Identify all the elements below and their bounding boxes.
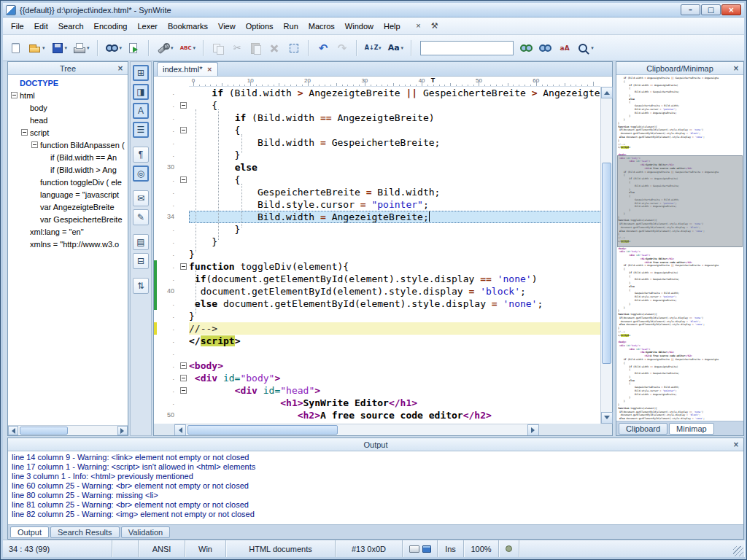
resize-grip[interactable] [733,546,743,556]
output-line[interactable]: line 60 column 25 - Warning: <br> elemen… [9,481,743,491]
code-line[interactable]: 34 Bild.width = AngezeigteBreite; [154,211,612,223]
zoom-indicator[interactable]: 100% [464,540,499,557]
find-button[interactable]: ▾ [104,39,125,58]
menu-item-search[interactable]: Search [53,20,89,33]
side-zoom-button[interactable]: ◎ [133,166,149,182]
tree-collapse-icon[interactable] [21,129,28,136]
code-line[interactable]: . else document.getElementById(element).… [154,298,612,310]
output-close-icon[interactable]: × [731,440,741,450]
delete-button[interactable] [266,39,284,58]
scroll-up-icon[interactable] [601,87,613,98]
scrollbar-thumb[interactable] [187,425,338,435]
code-line[interactable]: . } [154,149,612,161]
paste-button[interactable] [247,39,265,58]
code-line[interactable]: . { [154,124,612,136]
menu-close-icon[interactable]: × [413,21,425,31]
code-line[interactable]: .} [154,310,612,322]
code-line[interactable]: .//--> [154,322,612,335]
code-line[interactable]: .</script> [154,335,612,347]
scrollbar-thumb[interactable] [602,163,611,364]
tree-item[interactable]: DOCTYPE [8,77,128,89]
side-paragraph-button[interactable]: ¶ [133,147,149,163]
fold-collapse-icon[interactable] [180,362,187,369]
code-line[interactable]: . { [154,99,612,112]
new-file-button[interactable] [7,39,25,58]
editor-horizontal-scrollbar[interactable] [174,424,539,435]
print-button[interactable]: ▾ [71,39,92,58]
sort-button[interactable]: A↓Z▾ [363,39,384,58]
minimap-viewport[interactable] [617,155,743,247]
code-line[interactable]: . Bild.width = GespeicherteBreite; [154,136,612,149]
menu-item-macros[interactable]: Macros [303,20,340,33]
quick-find-button[interactable]: ▾ [575,39,596,58]
tools-button[interactable]: ▾ [155,39,176,58]
tree-collapse-icon[interactable] [31,141,38,148]
tab-index-html[interactable]: index.html* × [157,62,218,76]
tree-item[interactable]: function BildAnpassen ( [8,139,128,151]
lexer-indicator[interactable]: HTML documents [226,540,336,557]
fold-collapse-icon[interactable] [180,263,187,270]
menu-item-view[interactable]: View [213,20,241,33]
menu-item-lexer[interactable]: Lexer [132,20,163,33]
side-browser-button[interactable]: ◨ [133,84,149,100]
tab-validation[interactable]: Validation [121,526,171,538]
output-line[interactable]: line 81 column 25 - Warning: <br> elemen… [9,500,743,510]
tree-item[interactable]: var GespeicherteBreite [8,213,128,225]
code-line[interactable]: . <div id="head"> [154,384,612,397]
tree-item[interactable]: body [8,101,128,114]
menu-item-window[interactable]: Window [340,20,379,33]
scroll-right-icon[interactable] [117,426,128,435]
output-line[interactable]: line 3 column 1 - Info: <html> previousl… [9,472,743,481]
save-file-button[interactable]: ▾ [49,39,70,58]
output-line[interactable]: line 14 column 9 - Warning: <link> eleme… [9,453,743,462]
code-line[interactable]: 30 else [154,161,612,174]
fold-collapse-icon[interactable] [180,127,187,133]
tree-horizontal-scrollbar[interactable] [8,425,128,435]
code-line[interactable]: . if (Bild.width > AngezeigteBreite || G… [154,87,612,99]
maximize-button[interactable]: □ [701,4,721,15]
font-button[interactable]: Aa▾ [385,39,406,58]
menu-item-file[interactable]: File [6,20,29,33]
tree-item[interactable]: if (Bild.width > Ang [8,163,128,176]
titlebar[interactable]: {{default}} d:\project\index.html* - Syn… [3,3,744,18]
keyboard-icon[interactable] [409,545,419,553]
minimap[interactable]: if (Bild.width > AngezeigteBreite || Ges… [616,75,743,421]
code-line[interactable]: .<body> [154,359,612,372]
toolbar-search-input[interactable] [420,41,514,55]
tab-close-icon[interactable]: × [206,66,212,73]
side-tree-button[interactable]: ⊞ [133,65,149,81]
code-line[interactable]: . } [154,236,612,248]
side-swap-button[interactable]: ⇅ [133,278,149,294]
tree-item[interactable]: xmlns = "http://www.w3.o [8,238,128,250]
side-edit-button[interactable]: ✎ [133,209,149,225]
output-line[interactable]: line 17 column 1 - Warning: <script> isn… [9,462,743,472]
panel-icon[interactable] [422,545,431,553]
menu-item-options[interactable]: Options [241,20,279,33]
scroll-right-icon[interactable] [527,424,539,435]
macro-record-icon[interactable] [506,545,512,552]
caret-position-indicator[interactable]: 34 : 43 (99) [3,540,112,557]
menu-item-edit[interactable]: Edit [29,20,53,33]
find-next-button[interactable] [518,39,535,58]
code-line[interactable]: 50 <h2>A free source code editor</h2> [154,409,612,421]
fold-collapse-icon[interactable] [180,176,187,183]
tab-clipboard[interactable]: Clipboard [619,423,667,435]
close-button[interactable]: × [721,4,741,15]
select-all-button[interactable] [285,39,303,58]
code-line[interactable]: . if(document.getElementById(element).st… [154,273,612,285]
code-line[interactable]: . Bild.style.cursor = "pointer"; [154,198,612,211]
match-case-button[interactable]: aA [556,39,573,58]
output-line[interactable]: line 82 column 25 - Warning: <img> eleme… [9,510,743,519]
menu-item-bookmarks[interactable]: Bookmarks [163,20,213,33]
line-endings-indicator[interactable]: Win [185,540,226,557]
find-prev-button[interactable] [537,39,554,58]
tree-item[interactable]: xml:lang = "en" [8,225,128,238]
side-text-button[interactable]: A [133,103,149,119]
side-grid-button[interactable]: ⊟ [133,253,149,269]
side-list-button[interactable]: ☰ [133,122,149,138]
tree-close-icon[interactable]: × [115,63,125,74]
code-area[interactable]: . if (Bild.width > AngezeigteBreite || G… [154,87,612,435]
tree-item[interactable]: if (Bild.width == An [8,151,128,163]
code-line[interactable]: . if (Bild.width == AngezeigteBreite) [154,112,612,124]
tree-item[interactable]: var AngezeigteBreite [8,201,128,213]
